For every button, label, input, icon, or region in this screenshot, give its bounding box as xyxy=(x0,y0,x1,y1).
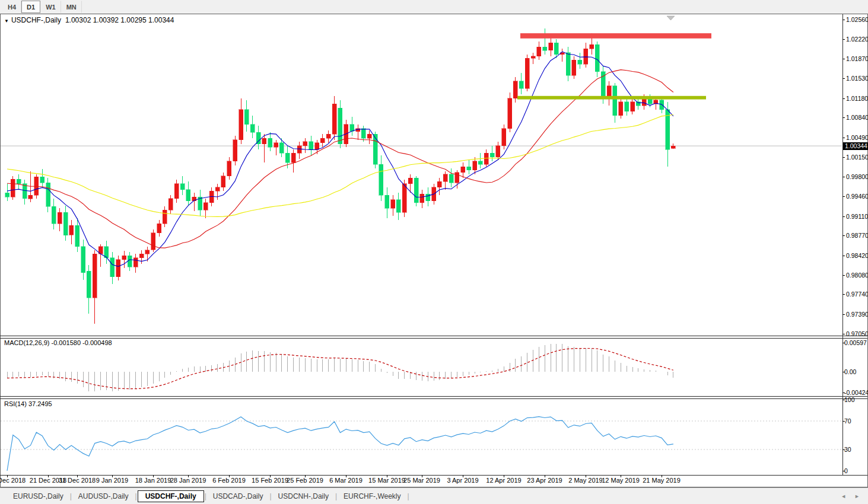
price-axis-tick: 0.98420 xyxy=(846,252,868,259)
price-axis-tick: 1.02560 xyxy=(846,16,868,23)
chart-window[interactable] xyxy=(0,14,868,487)
tab-scroll-left-icon[interactable]: ◄ xyxy=(841,493,846,499)
price-axis-tick: 1.02220 xyxy=(846,36,868,43)
price-axis-tick: 0.97050 xyxy=(846,330,868,337)
macd-axis-tick: 0.00 xyxy=(844,368,856,375)
tab-eurusd-daily[interactable]: EURUSD-,Daily xyxy=(7,491,69,502)
tab-separator: | xyxy=(335,492,337,500)
rsi-axis-tick: 30 xyxy=(844,446,851,453)
ohlc-quote: 1.00302 1.00392 1.00295 1.00344 xyxy=(65,16,174,24)
macd-label: MACD(12,26,9) -0.001580 -0.000498 xyxy=(4,339,112,346)
macd-axis-tick: 0.00597 xyxy=(844,339,867,346)
rsi-axis-tick: 0 xyxy=(844,467,848,474)
timeframe-toolbar: H4D1W1MN xyxy=(0,0,868,14)
tab-separator: | xyxy=(408,492,409,500)
price-axis-tick: 1.00490 xyxy=(846,134,868,141)
symbol-title: USDCHF-,Daily xyxy=(11,16,61,24)
tab-usdcnh-daily[interactable]: USDCNH-,Daily xyxy=(272,491,335,502)
price-axis-tick: 1.01180 xyxy=(846,95,868,102)
price-axis-tick: 0.99800 xyxy=(846,173,868,180)
tab-usdcad-daily[interactable]: USDCAD-,Daily xyxy=(207,491,269,502)
tab-scroll-arrows: ◄► xyxy=(841,493,860,499)
price-axis-tick: 0.98080 xyxy=(846,272,868,279)
tab-scroll-right-icon[interactable]: ► xyxy=(854,493,860,499)
price-axis-tick: 0.98770 xyxy=(846,232,868,239)
price-axis-tick: 0.99110 xyxy=(846,213,868,220)
timeframe-button-mn[interactable]: MN xyxy=(61,1,82,13)
timeframe-button-h4[interactable]: H4 xyxy=(2,1,21,13)
price-axis-tick: 1.00840 xyxy=(846,114,868,121)
macd-axis-tick: -0.004243 xyxy=(844,389,868,396)
chart-legend: ▼USDCHF-,Daily1.00302 1.00392 1.00295 1.… xyxy=(4,16,174,24)
price-axis-tick: 1.00150 xyxy=(846,154,868,161)
price-axis-tick: 0.99460 xyxy=(846,193,868,200)
timeframe-button-d1[interactable]: D1 xyxy=(21,1,40,13)
rsi-label: RSI(14) 37.2495 xyxy=(4,400,52,407)
tab-eurchf-weekly[interactable]: EURCHF-,Weekly xyxy=(338,491,406,502)
price-axis-tick: 0.97740 xyxy=(846,291,868,298)
timeframe-button-w1[interactable]: W1 xyxy=(40,1,61,13)
price-axis-tick: 1.01870 xyxy=(846,55,868,62)
time-axis-label: 21 May 2019 xyxy=(637,477,686,484)
tab-separator: | xyxy=(70,492,72,500)
tab-audusd-daily[interactable]: AUDUSD-,Daily xyxy=(72,491,135,502)
tab-separator: | xyxy=(269,492,271,500)
chart-tab-bar: EURUSD-,Daily|AUDUSD-,Daily|USDCHF-,Dail… xyxy=(0,487,868,504)
rsi-axis-tick: 70 xyxy=(844,417,851,425)
symbol-dropdown-icon[interactable]: ▼ xyxy=(4,18,9,24)
rsi-axis-tick: 100 xyxy=(844,396,855,403)
price-axis-tick: 0.97390 xyxy=(846,311,868,318)
tab-usdchf-daily[interactable]: USDCHF-,Daily xyxy=(138,490,204,502)
tab-separator: | xyxy=(135,492,137,500)
current-price-tag: 1.00344 xyxy=(843,142,868,150)
tab-separator: | xyxy=(205,492,206,500)
price-axis-tick: 1.01530 xyxy=(846,75,868,82)
